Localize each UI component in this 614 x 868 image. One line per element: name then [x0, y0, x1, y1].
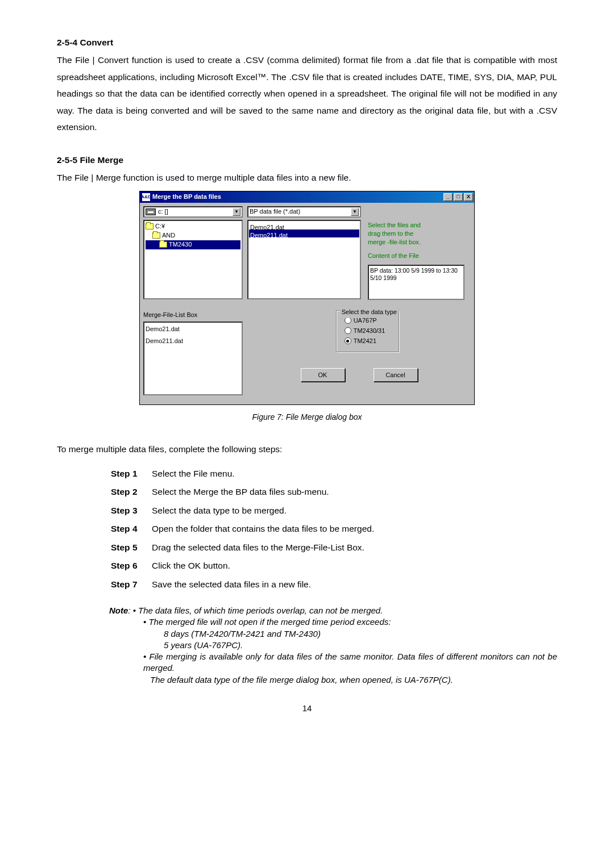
folder-icon — [159, 241, 167, 248]
folder-item[interactable]: C:¥ — [146, 222, 240, 231]
file-content-box: BP data: 13:00 5/9 1999 to 13:30 5/10 19… — [368, 265, 464, 300]
chevron-down-icon: ▼ — [233, 208, 240, 216]
radio-tm2430[interactable]: TM2430/31 — [345, 326, 385, 336]
maximize-button[interactable]: □ — [454, 193, 463, 201]
para-merge-intro: The File | Merge function is used to mer… — [57, 169, 557, 186]
file-list[interactable]: Demo21.dat Demo211.dat — [247, 220, 361, 299]
file-item-selected[interactable]: Demo211.dat — [249, 229, 359, 237]
folder-icon — [152, 232, 160, 239]
dialog-titlebar: A&D Merge the BP data files _ □ X — [140, 191, 474, 203]
app-icon: A&D — [142, 193, 150, 201]
steps-list: Step 1Select the File menu. Step 2Select… — [111, 465, 557, 592]
folder-item[interactable]: AND — [146, 231, 240, 240]
dialog-title: Merge the BP data files — [152, 191, 221, 203]
drive-text: c: [] — [158, 206, 168, 218]
filter-text: BP data file (*.dat) — [250, 206, 300, 218]
drive-dropdown[interactable]: c: [] ▼ — [143, 206, 243, 218]
merge-list-label: Merge-File-List Box — [143, 309, 243, 321]
cancel-button[interactable]: Cancel — [374, 368, 418, 382]
para-convert: The File | Convert function is used to c… — [57, 52, 557, 135]
dialog-screenshot: A&D Merge the BP data files _ □ X c: [] … — [57, 191, 557, 405]
note-block: Note: • The data files, of which time pe… — [109, 605, 557, 686]
file-item[interactable]: Demo21.dat — [249, 222, 359, 229]
folder-item-selected[interactable]: TM2430 — [146, 240, 240, 249]
chevron-down-icon: ▼ — [351, 208, 359, 216]
group-legend: Select the data type — [340, 306, 399, 318]
info-panel: Select the files and drag them to the me… — [366, 220, 471, 302]
minimize-button[interactable]: _ — [443, 193, 453, 201]
folder-tree[interactable]: C:¥ AND TM2430 — [143, 220, 243, 299]
heading-2-5-5: 2-5-5 File Merge — [57, 152, 557, 168]
ok-button[interactable]: OK — [301, 368, 345, 382]
radio-tm2421[interactable]: TM2421 — [345, 336, 385, 346]
radio-icon — [345, 337, 351, 344]
merge-dialog: A&D Merge the BP data files _ □ X c: [] … — [139, 191, 475, 405]
merge-file-list[interactable]: Demo21.dat Demo211.dat — [143, 322, 243, 395]
merge-steps-intro: To merge multiple data files, complete t… — [57, 441, 557, 457]
drive-icon — [146, 208, 156, 215]
data-type-group: Select the data type UA767P TM2430/31 TM… — [336, 310, 400, 352]
figure-caption: Figure 7: File Merge dialog box — [57, 410, 557, 425]
merge-list-item[interactable]: Demo21.dat — [146, 323, 240, 335]
merge-list-item[interactable]: Demo211.dat — [146, 335, 240, 347]
page-number: 14 — [57, 700, 557, 717]
radio-icon — [345, 327, 351, 334]
file-filter-dropdown[interactable]: BP data file (*.dat) ▼ — [247, 206, 361, 218]
close-button[interactable]: X — [464, 193, 473, 201]
heading-2-5-4: 2-5-4 Convert — [57, 34, 557, 51]
folder-icon — [146, 223, 154, 229]
